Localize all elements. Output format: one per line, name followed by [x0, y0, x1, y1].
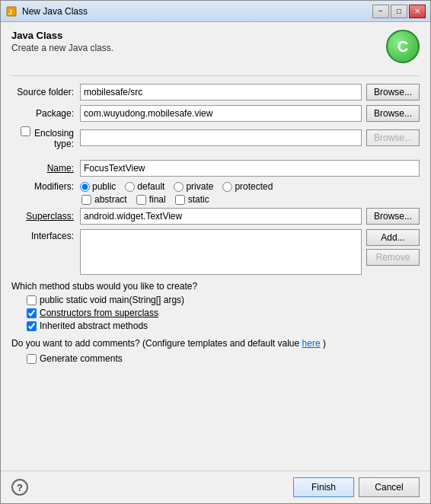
footer: ? Finish Cancel	[1, 471, 430, 503]
public-radio-label[interactable]: public	[80, 181, 116, 192]
default-radio-label[interactable]: default	[125, 181, 164, 192]
cancel-button[interactable]: Cancel	[359, 477, 420, 497]
method-stubs-question: Which method stubs would you like to cre…	[11, 281, 420, 292]
final-checkbox-label[interactable]: final	[136, 194, 166, 205]
private-radio[interactable]	[174, 182, 184, 192]
superclass-input[interactable]	[80, 208, 362, 225]
constructors-stub-checkbox[interactable]	[27, 308, 37, 318]
static-checkbox[interactable]	[175, 195, 185, 205]
comments-here-link[interactable]: here	[302, 338, 321, 349]
main-content: Java Class Create a new Java class. C So…	[1, 22, 430, 471]
logo-icon: C	[386, 30, 420, 63]
visibility-radio-group: public default private protected	[80, 181, 273, 192]
public-radio[interactable]	[80, 182, 90, 192]
interfaces-textarea[interactable]	[80, 229, 362, 275]
minimize-button[interactable]: −	[372, 5, 389, 18]
name-row: Name:	[11, 160, 420, 177]
static-checkbox-label[interactable]: static	[175, 194, 209, 205]
generate-comments-row: Generate comments	[27, 353, 420, 364]
private-radio-label[interactable]: private	[174, 181, 213, 192]
enclosing-type-checkbox[interactable]	[21, 126, 30, 136]
superclass-browse-button[interactable]: Browse...	[366, 208, 420, 225]
inherited-stub-checkbox[interactable]	[27, 321, 37, 331]
constructors-stub-row: Constructors from superclass	[27, 308, 420, 318]
comments-question: Do you want to add comments? (Configure …	[11, 338, 299, 349]
enclosing-browse-button[interactable]: Browse...	[366, 129, 420, 146]
abstract-checkbox-label[interactable]: abstract	[81, 194, 127, 205]
enclosing-type-label: Enclosing type:	[11, 126, 80, 149]
footer-buttons: Finish Cancel	[293, 477, 420, 497]
main-stub-label: public static void main(String[] args)	[40, 295, 184, 305]
default-radio[interactable]	[125, 182, 135, 192]
inherited-stub-row: Inherited abstract methods	[27, 321, 420, 331]
name-label: Name:	[11, 163, 80, 174]
dialog-header: Java Class Create a new Java class. C	[11, 30, 420, 63]
package-browse-button[interactable]: Browse...	[366, 105, 420, 122]
abstract-checkbox[interactable]	[81, 195, 91, 205]
window-title: New Java Class	[22, 6, 372, 17]
generate-comments-label: Generate comments	[40, 353, 123, 364]
interfaces-row: Interfaces: Add... Remove	[11, 229, 420, 275]
protected-radio[interactable]	[222, 182, 232, 192]
name-input[interactable]	[80, 160, 420, 177]
interfaces-label: Interfaces:	[11, 229, 80, 241]
modifier-check-group: abstract final static	[81, 194, 273, 205]
inherited-stub-label: Inherited abstract methods	[40, 321, 148, 331]
package-input[interactable]	[80, 105, 362, 122]
main-stub-row: public static void main(String[] args)	[27, 295, 420, 305]
source-folder-browse-button[interactable]: Browse...	[366, 84, 420, 100]
modifiers-label: Modifiers:	[11, 181, 80, 192]
comments-section: Do you want to add comments? (Configure …	[11, 338, 420, 349]
final-checkbox[interactable]	[136, 195, 146, 205]
comments-question-end: )	[323, 338, 326, 349]
interfaces-buttons: Add... Remove	[366, 229, 420, 266]
package-label: Package:	[11, 108, 80, 119]
title-bar: J New Java Class − □ ✕	[1, 1, 430, 22]
package-row: Package: Browse...	[11, 105, 420, 122]
enclosing-type-input[interactable]	[80, 129, 362, 146]
superclass-row: Superclass: Browse...	[11, 208, 420, 225]
source-folder-input[interactable]	[80, 84, 362, 100]
window-controls: − □ ✕	[372, 5, 426, 18]
help-button[interactable]: ?	[11, 479, 28, 496]
remove-interface-button[interactable]: Remove	[366, 249, 420, 266]
dialog-subtitle: Create a new Java class.	[11, 43, 113, 53]
superclass-label: Superclass:	[11, 211, 80, 222]
svg-text:J: J	[8, 8, 12, 16]
new-java-class-window: J New Java Class − □ ✕ Java Class Create…	[0, 0, 431, 504]
window-icon: J	[5, 5, 18, 18]
dialog-title: Java Class	[11, 30, 113, 41]
modifiers-row: Modifiers: public default private	[11, 181, 420, 205]
add-interface-button[interactable]: Add...	[366, 229, 420, 246]
protected-radio-label[interactable]: protected	[222, 181, 273, 192]
constructors-stub-label: Constructors from superclass	[40, 308, 158, 318]
method-stubs-section: Which method stubs would you like to cre…	[11, 281, 420, 292]
enclosing-type-row: Enclosing type: Browse...	[11, 126, 420, 149]
generate-comments-checkbox[interactable]	[27, 354, 37, 364]
main-stub-checkbox[interactable]	[27, 295, 37, 305]
close-button[interactable]: ✕	[409, 5, 426, 18]
spacer1	[11, 154, 420, 160]
source-folder-row: Source folder: Browse...	[11, 84, 420, 100]
source-folder-label: Source folder:	[11, 87, 80, 97]
maximize-button[interactable]: □	[391, 5, 407, 18]
modifiers-content: public default private protected	[80, 181, 273, 205]
header-text-block: Java Class Create a new Java class.	[11, 30, 113, 53]
header-separator	[11, 75, 420, 76]
finish-button[interactable]: Finish	[293, 477, 354, 497]
